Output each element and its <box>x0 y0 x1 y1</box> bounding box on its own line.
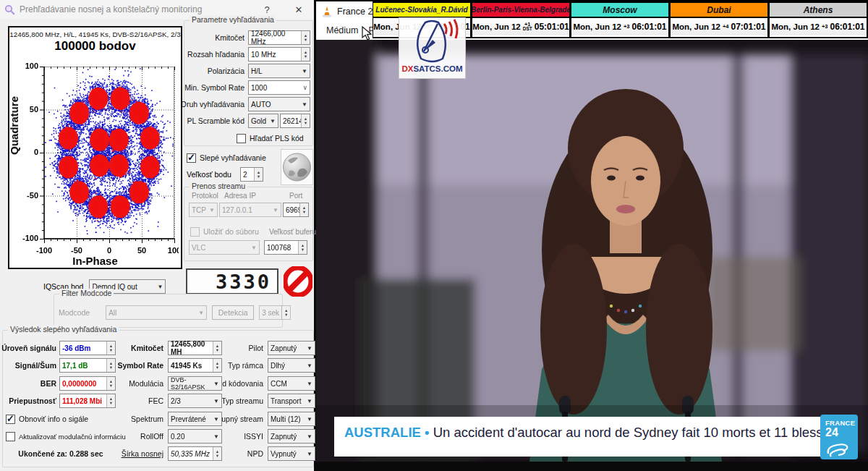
search-type-select[interactable]: AUTO▼ <box>248 97 310 111</box>
spinner-arrows[interactable] <box>299 203 308 216</box>
clock-time: Mon, Jun 12 +4 07:01:01 <box>671 18 767 35</box>
find-pls-label: Hľadať PLS kód <box>250 134 304 143</box>
spinner-arrows[interactable] <box>213 359 221 372</box>
magnifier-icon <box>4 4 15 15</box>
chevron-down-icon: ▼ <box>251 245 257 251</box>
chevron-down-icon: ▼ <box>307 433 312 440</box>
point-size-row: Veľkosť bodu 2 <box>187 166 263 182</box>
port-input[interactable]: 6969 <box>283 203 309 217</box>
frame-type-select[interactable]: Dlhý▼ <box>268 358 315 373</box>
chevron-down-icon: ▼ <box>158 284 163 290</box>
carrier-width-value[interactable]: 50,335 MHz <box>168 446 222 461</box>
ticker-text: Un accident d'autocar au nord de Sydney … <box>433 425 820 440</box>
chevron-down-icon: ▼ <box>213 381 219 387</box>
fec-select[interactable]: 2/3▼ <box>168 394 222 408</box>
chevron-down-icon: ▼ <box>213 433 219 440</box>
modcode-select: All▼ <box>106 305 207 320</box>
input-stream-select[interactable]: Multi (12)▼ <box>268 412 315 426</box>
ticker-bullet: • <box>425 425 429 440</box>
clock-time: Mon, Jun 12 +3 06:01:01 <box>770 18 867 35</box>
clock-city-label: Dubai <box>671 3 767 18</box>
group-title: Parametre vyhľadávania <box>190 15 276 24</box>
pl-scramble-type-select[interactable]: Gold▼ <box>248 114 278 128</box>
buffer-size-input[interactable]: 100768 <box>264 240 307 255</box>
buffer-size-label: Veľkosť buferu <box>269 228 316 236</box>
pl-scramble-code-input[interactable]: 262140 <box>280 114 310 128</box>
port-label: Port <box>289 192 302 200</box>
save-to-file-checkbox <box>190 227 200 237</box>
chevron-down-icon: ▼ <box>213 398 219 404</box>
min-symbol-rate-combo[interactable]: 1000∨ <box>248 80 310 95</box>
filter-modcode-group: Filter Modcode Modcode All▼ Detekcia 3 s… <box>54 294 283 328</box>
modulation-select[interactable]: DVB-S2/16APSK▼ <box>168 376 222 391</box>
spectrum-select[interactable]: Prevrátené▼ <box>168 412 222 426</box>
pilot-select[interactable]: Zapnutý▼ <box>268 341 315 355</box>
chevron-down-icon: ▼ <box>198 310 204 316</box>
clock-moscow: Moscow Mon, Jun 12 +3 06:01:01 <box>571 1 670 38</box>
result-frequency-value[interactable]: 12465,800 MH <box>168 341 222 355</box>
rolloff-select[interactable]: 0.20▼ <box>168 429 222 444</box>
update-modulation-checkbox[interactable] <box>6 432 15 441</box>
menu-media[interactable]: Médium <box>326 25 358 35</box>
issyi-select[interactable]: Zapnutý▼ <box>268 429 315 444</box>
spinner-arrows[interactable] <box>106 394 115 407</box>
finished-in-label: Ukončené za: 0.288 sec <box>18 449 103 458</box>
signal-level-value[interactable]: -36 dBm <box>59 341 116 355</box>
spinner-arrows[interactable] <box>301 114 310 127</box>
video-area[interactable] <box>316 40 868 471</box>
coding-mode-select[interactable]: CCM▼ <box>268 376 315 391</box>
ip-label: Adresa IP <box>224 192 256 200</box>
spinner-arrows[interactable] <box>298 241 307 254</box>
chevron-down-icon: ▼ <box>307 362 312 369</box>
spectrum-label: Spektrum <box>117 415 166 423</box>
frequency-input[interactable]: 12466,000 MHz <box>248 30 310 45</box>
chevron-down-icon: ▼ <box>307 345 312 352</box>
chevron-down-icon: ▼ <box>270 118 276 124</box>
spinner-arrows[interactable] <box>106 359 115 372</box>
spinner-arrows[interactable] <box>213 341 221 355</box>
modcode-label: Modcode <box>59 308 90 317</box>
stream-transfer-group: Prenos streamu Protokol Adresa IP Port T… <box>184 187 313 261</box>
close-button[interactable]: ✕ <box>288 0 310 19</box>
spinner-arrows[interactable] <box>213 447 221 460</box>
chevron-down-icon: ▼ <box>307 381 312 387</box>
group-title: Prenos streamu <box>190 182 247 190</box>
refresh-signal-info-checkbox[interactable] <box>6 415 15 424</box>
min-symbol-rate-label: Min. Symbol Rate <box>187 83 248 92</box>
watermark-satcs: SATCS.COM <box>413 64 462 73</box>
blind-search-label: Slepé vyhľadávanie <box>200 153 266 162</box>
pl-scramble-label: PL Scramble kód <box>187 116 248 125</box>
issyi-label: ISSYI <box>224 432 266 441</box>
polarization-select[interactable]: H/L▼ <box>248 64 310 78</box>
spinner-arrows[interactable] <box>106 341 115 355</box>
globe-image <box>281 149 313 185</box>
snr-value[interactable]: 17,1 dB <box>59 358 116 373</box>
coding-mode-label: Mód kódovania <box>224 379 266 388</box>
spinner-arrows[interactable] <box>106 377 115 390</box>
spinner-arrows[interactable] <box>301 48 310 61</box>
stop-icon[interactable] <box>283 265 313 298</box>
clock-time: Mon, Jun 12 +3 06:01:01 <box>571 18 668 35</box>
stream-type-select[interactable]: Transport▼ <box>268 394 315 408</box>
carrier-width-label: Šírka nosnej <box>117 449 166 458</box>
carrier-monitor-window: Prehľadávanie nosnej a konštelačný monit… <box>0 0 316 471</box>
clock-athens: Athens Mon, Jun 12 +3 06:01:01 <box>769 1 868 38</box>
spinner-arrows[interactable] <box>301 31 310 44</box>
ber-label: BER <box>6 379 59 388</box>
npd-label: NPD <box>224 449 266 458</box>
search-range-input[interactable]: 10 MHz <box>248 47 310 61</box>
france24-globe-icon <box>825 439 850 458</box>
detect-button: Detekcia <box>212 305 254 320</box>
throughput-value[interactable]: 111,028 Mbi <box>59 394 116 408</box>
blind-search-checkbox[interactable] <box>187 153 196 163</box>
spinner-arrows[interactable] <box>254 168 263 181</box>
point-size-input[interactable]: 2 <box>240 167 263 182</box>
find-pls-checkbox[interactable] <box>237 134 246 143</box>
vlc-cone-icon <box>322 6 332 17</box>
ber-value[interactable]: 0,0000000 <box>59 376 116 391</box>
npd-select[interactable]: Vypnutý▼ <box>268 446 315 461</box>
fec-label: FEC <box>117 396 166 405</box>
symbol-rate-value[interactable]: 41945 Ks <box>168 358 222 373</box>
video-frame-news-presenter <box>316 40 868 462</box>
satellite-dish-icon <box>404 18 461 66</box>
